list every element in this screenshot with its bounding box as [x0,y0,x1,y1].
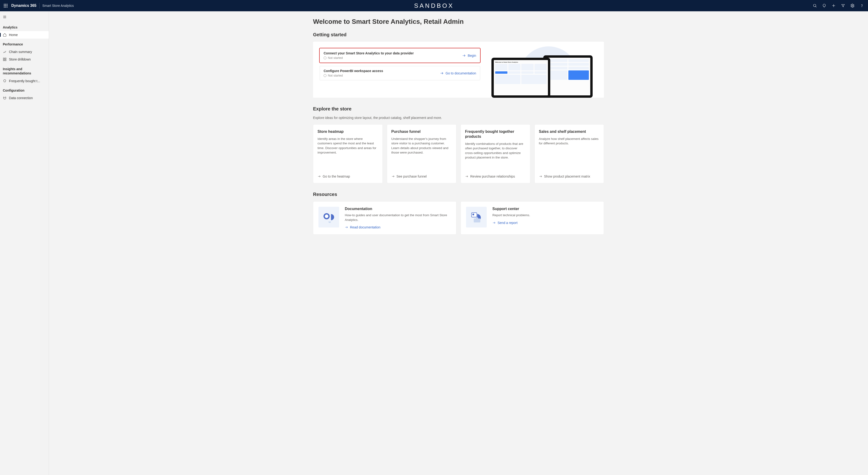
svg-rect-18 [3,58,4,59]
sidebar-item-store-drilldown[interactable]: Store drilldown [0,56,49,63]
gs-connect-data-provider-row[interactable]: Connect your Smart Store Analytics to yo… [320,48,480,63]
svg-rect-19 [5,58,6,59]
sidebar-group-analytics: Analytics [0,22,49,31]
resource-title: Support center [492,207,530,211]
svg-point-5 [7,5,7,6]
add-button[interactable] [829,1,838,10]
gs-configure-powerbi-row[interactable]: Configure PowerBI workspace access Not s… [320,66,480,80]
home-icon [3,33,7,37]
topbar: Dynamics 365 Smart Store Analytics SANDB… [0,0,868,11]
filter-button[interactable] [839,1,847,10]
sidebar-item-label: Data connection [9,96,33,100]
explore-card-heatmap[interactable]: Store heatmap Identify areas in the stor… [313,124,383,183]
resource-link[interactable]: Send a report [492,221,530,225]
sidebar-group-configuration: Configuration [0,85,49,94]
search-button[interactable] [811,1,819,10]
main-content: Welcome to Smart Store Analytics, Retail… [49,11,868,475]
sidebar-item-chain-summary[interactable]: Chain summary [0,48,49,56]
settings-button[interactable] [848,1,857,10]
resource-cards: Documentation How-to guides and user doc… [313,201,604,235]
section-explore-subtitle: Explore ideas for optimizing store layou… [313,116,604,120]
sidebar-group-performance: Performance [0,39,49,48]
resource-title: Documentation [345,207,451,211]
status-circle-icon [323,57,327,59]
getting-started-card: Connect your Smart Store Analytics to yo… [313,42,604,98]
app-launcher-button[interactable] [2,2,9,9]
card-desc: Analyze how shelf placement affects sale… [539,137,600,171]
sidebar-item-label: Home [9,33,18,37]
resource-desc: Report technical problems. [492,213,530,217]
svg-point-13 [852,5,853,6]
documentation-icon [318,207,339,228]
svg-point-0 [4,4,5,5]
card-title: Frequently bought together products [465,129,526,139]
svg-rect-21 [5,60,6,61]
sidebar-item-data-connection[interactable]: Data connection [0,94,49,102]
svg-rect-33 [474,218,480,222]
sidebar: Analytics Home Performance Chain summary… [0,11,49,475]
arrow-right-icon [465,175,468,178]
svg-point-1 [5,4,6,5]
sidebar-item-home[interactable]: Home [0,31,49,39]
svg-line-10 [815,6,816,7]
arrow-right-icon [440,71,444,75]
lightbulb-icon [3,79,7,83]
brand-label: Dynamics 365 [11,3,36,8]
laptop-mockup-b [543,55,593,98]
environment-label: SANDBOX [414,2,454,9]
gs-begin-link[interactable]: Begin [462,54,476,57]
filter-icon [841,3,845,8]
sidebar-group-insights: Insights and recommendations [0,63,49,77]
help-button[interactable] [858,1,866,10]
card-desc: Understand the shopper's journey from st… [392,137,452,171]
app-name-label: Smart Store Analytics [42,4,74,7]
svg-rect-20 [3,60,4,61]
svg-point-7 [5,7,6,7]
gs-row-title: Connect your Smart Store Analytics to yo… [323,51,414,55]
explore-card-funnel[interactable]: Purchase funnel Understand the shopper's… [387,124,457,183]
section-resources-title: Resources [313,192,604,197]
card-title: Store heatmap [317,129,378,134]
status-circle-icon [323,74,327,77]
explore-card-fbt[interactable]: Frequently bought together products Iden… [461,124,530,183]
plug-icon [3,96,7,100]
ideas-button[interactable] [820,1,829,10]
gs-docs-link[interactable]: Go to documentation [440,71,476,75]
nav-toggle-button[interactable] [0,12,9,22]
card-link[interactable]: Show product placement matrix [539,175,600,178]
svg-point-9 [813,4,816,7]
grid-icon [3,57,7,61]
card-link[interactable]: Go to the heatmap [317,175,378,178]
card-title: Purchase funnel [392,129,452,134]
explore-card-placement[interactable]: Sales and shelf placement Analyze how sh… [534,124,604,183]
svg-point-32 [472,214,474,215]
resource-card-support[interactable]: Support center Report technical problems… [461,201,604,235]
card-link[interactable]: See purchase funnel [392,175,452,178]
svg-point-29 [325,214,328,218]
laptop-mockup-a: Welcome to Smart Store Analytics [491,58,550,98]
card-desc: Identify combinations of products that a… [465,142,526,171]
gs-row-status: Not started [323,56,414,60]
card-title: Sales and shelf placement [539,129,600,134]
arrow-right-icon [392,175,395,178]
gs-row-title: Configure PowerBI workspace access [323,69,383,73]
sidebar-item-frequently-bought[interactable]: Frequently bought t... [0,77,49,85]
resource-card-documentation[interactable]: Documentation How-to guides and user doc… [313,201,456,235]
svg-point-6 [4,7,5,7]
svg-point-4 [5,5,6,6]
getting-started-illustration: Welcome to Smart Store Analytics [487,48,597,98]
resource-link[interactable]: Read documentation [345,226,451,229]
svg-rect-34 [476,217,478,219]
support-icon [466,207,487,228]
card-desc: Identify areas in the store where custom… [317,137,378,171]
search-icon [813,3,817,8]
arrow-right-icon [462,54,466,57]
waffle-icon [4,4,7,7]
card-link[interactable]: Review purchase relationships [465,175,526,178]
arrow-right-icon [539,175,542,178]
page-title: Welcome to Smart Store Analytics, Retail… [313,18,604,25]
arrow-right-icon [345,226,348,229]
explore-cards: Store heatmap Identify areas in the stor… [313,124,604,183]
chart-icon [3,50,7,54]
resource-desc: How-to guides and user documentation to … [345,213,451,222]
